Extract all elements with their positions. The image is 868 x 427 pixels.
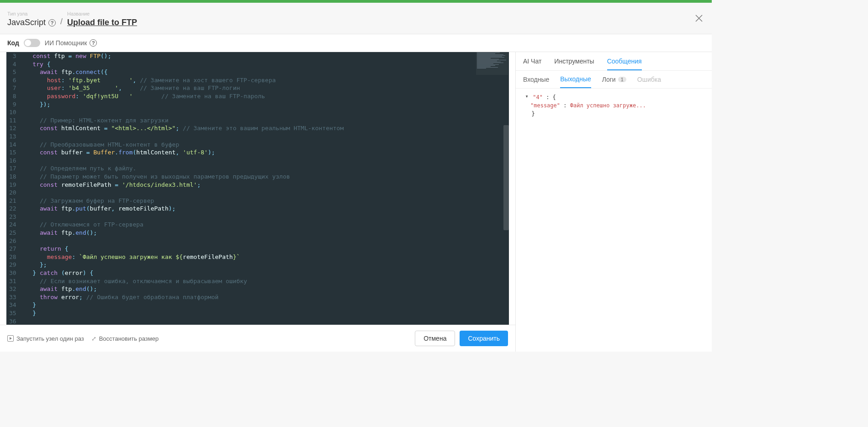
right-pane: AI Чат Инструменты Сообщения Входные Вых… bbox=[515, 52, 712, 352]
left-pane: 3456789101112131415161718192021222324252… bbox=[0, 52, 515, 352]
node-type-field: Тип узла JavaScript ? bbox=[7, 11, 56, 27]
editor-scrollbar-thumb[interactable] bbox=[503, 125, 509, 230]
node-type-label: Тип узла bbox=[7, 11, 56, 16]
json-row: ▸ "4" : { bbox=[523, 93, 704, 101]
node-name-label: Название bbox=[67, 11, 137, 16]
right-pane-subtabs: Входные Выходные Логи 1 Ошибка bbox=[516, 70, 712, 88]
footer: Запустить узел один раз ⤢ Восстановить р… bbox=[0, 325, 515, 352]
ai-helper-help-icon[interactable]: ? bbox=[90, 39, 97, 47]
run-node-once-button[interactable]: Запустить узел один раз bbox=[7, 335, 84, 342]
reset-size-button[interactable]: ⤢ Восстановить размер bbox=[91, 335, 159, 342]
tab-messages[interactable]: Сообщения bbox=[607, 58, 642, 70]
node-name-value[interactable]: Upload file to FTP bbox=[67, 18, 137, 27]
cancel-button[interactable]: Отмена bbox=[415, 331, 455, 346]
editor-scrollbar[interactable] bbox=[503, 52, 509, 325]
toolbar: Код ИИ Помощник ? bbox=[0, 34, 712, 52]
json-row: "message" : Файл успешно загруже... bbox=[523, 101, 704, 110]
play-icon bbox=[7, 335, 14, 342]
close-icon[interactable] bbox=[693, 13, 704, 24]
ai-helper-label: ИИ Помощник ? bbox=[45, 39, 97, 47]
subtab-incoming[interactable]: Входные bbox=[523, 75, 549, 88]
code-editor[interactable]: 3456789101112131415161718192021222324252… bbox=[6, 52, 509, 325]
save-button[interactable]: Сохранить bbox=[460, 331, 508, 346]
ai-helper-toggle[interactable] bbox=[24, 39, 40, 47]
header: Тип узла JavaScript ? / Название Upload … bbox=[0, 3, 712, 34]
json-row: } bbox=[523, 110, 704, 118]
header-separator: / bbox=[60, 17, 63, 26]
tab-ai-chat[interactable]: AI Чат bbox=[523, 58, 541, 70]
caret-down-icon[interactable]: ▸ bbox=[524, 95, 530, 100]
code-label: Код bbox=[7, 39, 19, 47]
node-type-help-icon[interactable]: ? bbox=[48, 19, 56, 26]
resize-icon: ⤢ bbox=[91, 335, 96, 342]
right-pane-tabs: AI Чат Инструменты Сообщения bbox=[516, 52, 712, 70]
subtab-error: Ошибка bbox=[637, 75, 661, 88]
json-output-panel: ▸ "4" : { "message" : Файл успешно загру… bbox=[516, 88, 712, 352]
tab-instruments[interactable]: Инструменты bbox=[554, 58, 594, 70]
node-name-field: Название Upload file to FTP bbox=[67, 11, 137, 27]
node-type-value: JavaScript ? bbox=[7, 18, 56, 27]
subtab-outgoing[interactable]: Выходные bbox=[560, 75, 591, 88]
logs-count-badge: 1 bbox=[618, 77, 626, 82]
subtab-logs[interactable]: Логи 1 bbox=[602, 75, 626, 88]
editor-gutter: 3456789101112131415161718192021222324252… bbox=[6, 52, 21, 325]
